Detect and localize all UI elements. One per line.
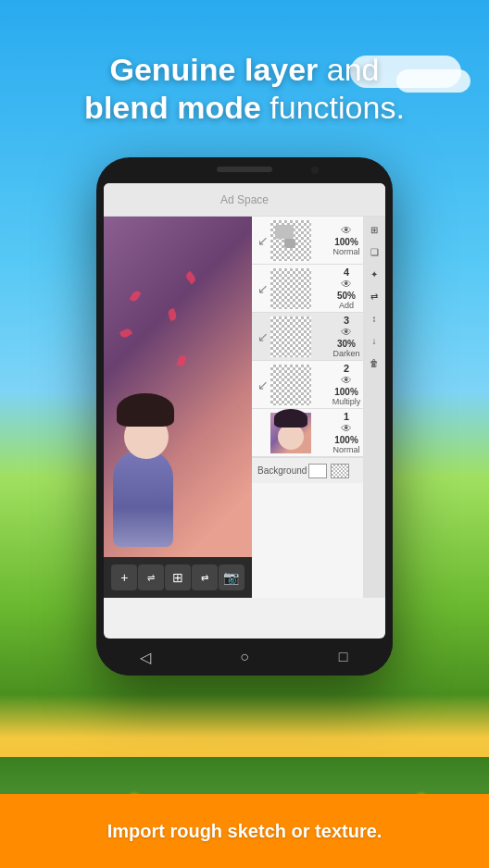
headline-normal-2: functions. <box>261 90 405 125</box>
figure-hair <box>117 393 174 427</box>
petal <box>167 308 178 321</box>
recents-button[interactable]: □ <box>332 646 355 668</box>
download-icon[interactable]: ↓ <box>365 331 383 350</box>
flip-button[interactable]: ⇄ <box>192 564 218 590</box>
headline-bold-1: Genuine layer <box>109 52 318 87</box>
layer-number: 3 <box>344 315 349 326</box>
flip-icon[interactable]: ⇄ <box>365 287 383 305</box>
layer-opacity: 30% <box>337 339 356 349</box>
phone-speaker <box>217 167 272 172</box>
petal <box>184 271 197 284</box>
transform-icon[interactable]: ↕ <box>365 309 383 328</box>
move-icon[interactable]: ✦ <box>365 265 383 283</box>
phone-screen: Ad Space + ⇌ ⊞ <box>104 183 385 639</box>
layer-visibility-icon[interactable]: 👁 <box>341 374 352 387</box>
delete-icon[interactable]: 🗑 <box>365 353 383 372</box>
ad-space: Ad Space <box>104 183 385 217</box>
bg-color-checker[interactable] <box>331 464 349 478</box>
layer-visibility-icon[interactable]: 👁 <box>341 422 352 435</box>
layer-opacity: 100% <box>334 237 358 247</box>
bg-color-white[interactable] <box>308 464 327 478</box>
canvas-artwork <box>104 217 252 598</box>
merge-indicator: ↙ <box>256 378 270 392</box>
layer-opacity: 100% <box>334 435 358 445</box>
headline-normal-1: and <box>318 52 379 87</box>
layer-mode: Normal <box>332 247 359 256</box>
petal <box>119 328 132 340</box>
layer-thumbnail <box>270 316 311 357</box>
figure-body <box>113 450 173 547</box>
layer-mode: Darken <box>332 349 359 358</box>
layer-thumbnail <box>270 365 311 405</box>
layer-number: 1 <box>344 411 349 422</box>
petal <box>130 290 142 303</box>
layer-mode: Add <box>339 301 354 310</box>
layer-thumbnail <box>270 413 311 453</box>
home-button[interactable]: ○ <box>233 646 256 668</box>
layer-visibility-icon[interactable]: 👁 <box>341 326 352 339</box>
headline: Genuine layer and blend mode functions. <box>0 51 489 127</box>
layer-opacity: 100% <box>334 387 358 397</box>
layer-visibility-icon[interactable]: 👁 <box>341 224 352 237</box>
layer-mode: Normal <box>332 445 359 454</box>
layer-visibility-icon[interactable]: 👁 <box>341 278 352 291</box>
merge-indicator: ↙ <box>256 329 270 344</box>
phone-frame: Ad Space + ⇌ ⊞ <box>96 157 393 676</box>
layer-mode: Multiply <box>332 397 361 406</box>
layer-number: 4 <box>344 267 349 278</box>
bottom-banner: Import rough sketch or texture. <box>0 794 489 868</box>
duplicate-button[interactable]: ⊞ <box>165 564 191 590</box>
layer-opacity: 50% <box>337 291 356 301</box>
canvas-toolbar: + ⇌ ⊞ ⇄ 📷 <box>104 557 252 598</box>
headline-bold-2: blend mode <box>84 90 261 125</box>
merge-indicator: ↙ <box>256 281 270 296</box>
layer-group-icon[interactable]: ❑ <box>365 242 383 261</box>
bottom-banner-text: Import rough sketch or texture. <box>107 821 382 842</box>
add-layer-button[interactable]: + <box>111 564 137 590</box>
layer-number: 2 <box>344 363 349 374</box>
back-button[interactable]: ◁ <box>134 646 157 668</box>
background-label: Background <box>257 465 307 476</box>
ad-space-label: Ad Space <box>220 193 269 206</box>
merge-button[interactable]: ⇌ <box>138 564 164 590</box>
checker-icon[interactable]: ⊞ <box>365 220 383 239</box>
camera-button[interactable]: 📷 <box>219 564 244 590</box>
right-panel: ⊞ ❑ ✦ ⇄ ↕ ↓ 🗑 <box>363 217 385 598</box>
petal <box>177 354 187 367</box>
phone-camera <box>311 167 319 174</box>
layer-thumbnail <box>270 268 311 309</box>
merge-indicator: ↙ <box>256 233 270 248</box>
layer-thumbnail <box>270 220 311 261</box>
phone-nav: ◁ ○ □ <box>96 639 393 676</box>
canvas-area[interactable]: + ⇌ ⊞ ⇄ 📷 <box>104 217 252 598</box>
